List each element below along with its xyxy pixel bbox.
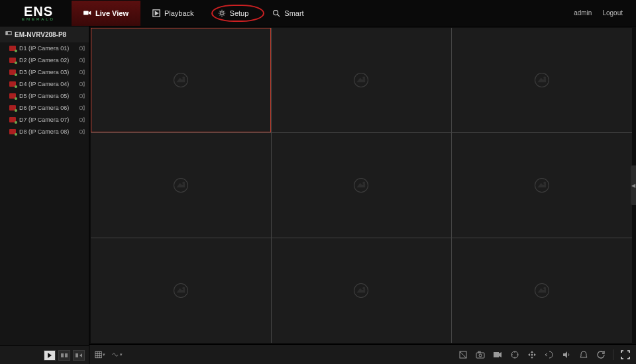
- svg-point-10: [80, 83, 83, 86]
- svg-point-27: [363, 182, 365, 184]
- device-header[interactable]: EM-NVRV208-P8: [0, 26, 89, 42]
- video-cell[interactable]: [272, 28, 452, 132]
- svg-point-19: [183, 77, 185, 79]
- camera-status-icon: [9, 93, 16, 99]
- video-cell[interactable]: [91, 28, 271, 132]
- svg-point-2: [220, 11, 223, 14]
- svg-point-11: [80, 95, 83, 98]
- magnify-icon: [272, 9, 280, 17]
- volume-button[interactable]: [561, 349, 572, 360]
- snapshot-button[interactable]: [475, 349, 486, 360]
- svg-point-25: [183, 182, 185, 184]
- watermark-icon: [352, 176, 370, 195]
- svg-rect-40: [478, 351, 480, 353]
- watermark-icon: [533, 176, 551, 195]
- record-indicator-icon: [78, 45, 85, 52]
- alarm-button[interactable]: [578, 349, 589, 360]
- ptz-button[interactable]: [509, 349, 520, 360]
- svg-point-13: [80, 118, 83, 122]
- svg-point-31: [183, 287, 185, 289]
- video-cell[interactable]: [452, 238, 632, 343]
- nav-smart[interactable]: Smart: [260, 1, 315, 26]
- video-cell[interactable]: [91, 238, 271, 343]
- fullscreen-button[interactable]: [620, 349, 631, 360]
- svg-point-21: [363, 77, 365, 79]
- channel-item[interactable]: D2 (IP Camera 02): [0, 54, 89, 66]
- sidebar: EM-NVRV208-P8 D1 (IP Camera 01)D2 (IP Ca…: [0, 26, 89, 364]
- nav-setup[interactable]: Setup: [206, 1, 261, 26]
- audio-talk-button[interactable]: [544, 349, 555, 360]
- channel-item[interactable]: D4 (IP Camera 04): [0, 78, 89, 90]
- main-nav: Live View Playback Setup Smart: [72, 0, 316, 26]
- toolbar-right: [458, 349, 631, 360]
- channel-label: D8 (IP Camera 08): [19, 128, 75, 135]
- logout-link[interactable]: Logout: [602, 9, 623, 17]
- stream-main-button[interactable]: [73, 350, 85, 361]
- nav-playback[interactable]: Playback: [140, 1, 206, 26]
- channel-label: D3 (IP Camera 03): [19, 69, 75, 75]
- camera-status-icon: [9, 129, 16, 134]
- channel-item[interactable]: D7 (IP Camera 07): [0, 114, 89, 126]
- top-right: admin Logout: [574, 9, 631, 17]
- record-button[interactable]: [492, 349, 503, 360]
- device-icon: [5, 30, 12, 38]
- record-indicator-icon: [78, 69, 85, 75]
- channel-label: D4 (IP Camera 04): [19, 81, 75, 87]
- svg-point-9: [80, 71, 83, 74]
- camera-status-icon: [9, 117, 16, 122]
- svg-rect-6: [7, 34, 8, 34]
- svg-point-35: [544, 287, 546, 289]
- play-all-button[interactable]: [44, 350, 56, 361]
- svg-point-14: [80, 130, 83, 134]
- record-indicator-icon: [78, 128, 85, 135]
- refresh-button[interactable]: [596, 349, 606, 360]
- video-cell[interactable]: [91, 133, 271, 238]
- zoom-button[interactable]: [527, 349, 537, 360]
- camera-status-icon: [9, 46, 16, 51]
- video-grid: [91, 28, 632, 343]
- channel-item[interactable]: D3 (IP Camera 03): [0, 66, 89, 78]
- svg-rect-5: [7, 32, 8, 33]
- channel-label: D1 (IP Camera 01): [19, 45, 75, 52]
- watermark-icon: [352, 281, 370, 300]
- stop-all-button[interactable]: [458, 349, 468, 360]
- video-cell[interactable]: [452, 133, 632, 238]
- layout-grid-button[interactable]: ▾: [95, 349, 105, 360]
- svg-rect-17: [76, 353, 78, 357]
- brand-logo: ENS EMERALD: [5, 5, 72, 21]
- nav-live-view[interactable]: Live View: [72, 1, 140, 26]
- camera-icon: [83, 9, 91, 17]
- channel-label: D2 (IP Camera 02): [19, 57, 75, 64]
- nav-label: Smart: [284, 9, 303, 17]
- svg-rect-0: [83, 11, 89, 15]
- watermark-icon: [172, 281, 190, 300]
- channel-list: D1 (IP Camera 01)D2 (IP Camera 02)D3 (IP…: [0, 42, 89, 345]
- svg-rect-16: [65, 353, 68, 357]
- nav-label: Setup: [230, 9, 249, 17]
- channel-item[interactable]: D8 (IP Camera 08): [0, 126, 89, 138]
- svg-point-3: [274, 10, 278, 15]
- channel-item[interactable]: D6 (IP Camera 06): [0, 102, 89, 114]
- user-name[interactable]: admin: [574, 9, 592, 17]
- video-cell[interactable]: [272, 133, 452, 238]
- channel-label: D5 (IP Camera 05): [19, 93, 75, 99]
- video-cell[interactable]: [452, 28, 632, 132]
- channel-item[interactable]: D5 (IP Camera 05): [0, 90, 89, 102]
- svg-point-7: [80, 47, 83, 50]
- svg-rect-38: [476, 353, 484, 358]
- svg-point-23: [544, 77, 546, 79]
- toolbar-left: ▾ ▾: [95, 349, 123, 360]
- expand-panel-tab[interactable]: ◀: [631, 165, 636, 205]
- stream-sub-button[interactable]: [58, 350, 70, 361]
- watermark-icon: [172, 71, 190, 89]
- bottom-toolbar: ▾ ▾: [89, 344, 636, 364]
- sidebar-footer: [0, 345, 89, 364]
- svg-point-29: [544, 182, 546, 184]
- record-indicator-icon: [78, 81, 85, 87]
- stream-toggle-button[interactable]: ▾: [112, 349, 123, 360]
- svg-point-42: [531, 353, 533, 355]
- top-bar: ENS EMERALD Live View Playback Setup: [0, 0, 636, 26]
- channel-item[interactable]: D1 (IP Camera 01): [0, 42, 89, 54]
- video-cell[interactable]: [272, 238, 452, 343]
- main-area: ◀ ▾ ▾: [89, 26, 636, 364]
